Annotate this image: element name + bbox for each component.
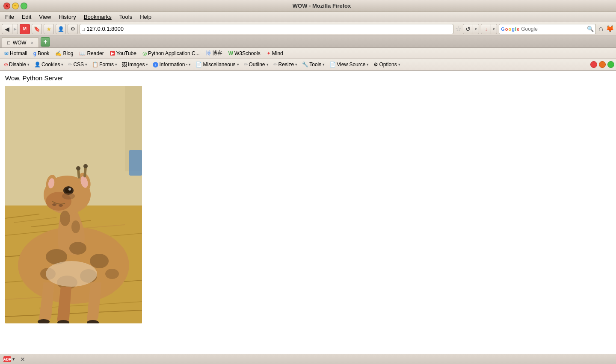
bookmark-book-label: Book <box>38 50 49 56</box>
youtube-icon: ▶ <box>110 51 115 56</box>
settings-button[interactable]: ⚙ <box>68 24 78 34</box>
dev-miscellaneous-label: Miscellaneous <box>203 62 235 68</box>
cookies-arrow: ▾ <box>61 62 63 67</box>
w3schools-icon: W <box>228 50 233 56</box>
options-icon: ⚙ <box>373 62 378 68</box>
bookmark-blog-label: Blog <box>63 50 73 56</box>
menu-edit[interactable]: Edit <box>18 13 35 21</box>
svg-point-46 <box>62 193 75 200</box>
dev-information[interactable]: i Information - ▾ <box>151 61 193 68</box>
download-arrow-button[interactable]: ▾ <box>491 24 497 34</box>
status-close-button[interactable]: ✕ <box>20 356 25 363</box>
dev-images[interactable]: 🖼 Images ▾ <box>120 61 150 68</box>
dev-outline-label: Outline <box>249 62 265 68</box>
sync-button[interactable]: 👤 <box>56 24 66 34</box>
dev-miscellaneous[interactable]: 📄 Miscellaneous ▾ <box>193 61 241 68</box>
download-button[interactable]: ↓ <box>481 24 491 34</box>
dev-css[interactable]: ✏ CSS ▾ <box>66 61 89 68</box>
bookmark-star-button[interactable]: ☆ <box>455 25 461 33</box>
forward-button[interactable]: ▶ <box>12 24 18 34</box>
dev-css-label: CSS <box>73 62 84 68</box>
bookmark-reader[interactable]: 📖 Reader <box>77 50 106 57</box>
css-arrow: ▾ <box>85 62 87 67</box>
abp-label: ABP <box>3 357 12 361</box>
abp-arrow[interactable]: ▾ <box>12 356 15 362</box>
forms-icon: 📋 <box>92 62 98 68</box>
firefox-button[interactable]: 🦊 <box>606 25 614 33</box>
dev-viewsource-label: View Source <box>337 62 365 68</box>
menu-history[interactable]: History <box>55 13 79 21</box>
maximize-window-button[interactable]: □ <box>21 3 27 9</box>
svg-point-29 <box>76 166 80 170</box>
dev-ok-green[interactable] <box>607 61 614 68</box>
menu-help[interactable]: Help <box>136 13 155 21</box>
svg-point-39 <box>71 220 80 233</box>
tab-close[interactable]: × <box>31 40 33 45</box>
viewsource-arrow: ▾ <box>367 62 369 67</box>
dev-cookies[interactable]: 👤 Cookies ▾ <box>32 61 65 68</box>
back-button[interactable]: ◀ <box>2 24 12 34</box>
dev-tools-label: Tools <box>309 62 321 68</box>
bookmark-hotmail[interactable]: ✉ Hotmail <box>2 50 30 57</box>
bookmark-mind[interactable]: ✦ Mind <box>264 50 286 57</box>
history-button[interactable]: 🔖 <box>32 24 42 34</box>
dev-status-icons <box>590 61 614 68</box>
resize-arrow: ▾ <box>295 62 297 67</box>
dev-error-red[interactable] <box>590 61 597 68</box>
refresh-button[interactable]: ↺ <box>463 24 473 34</box>
blog2-icon: 博 <box>206 50 211 57</box>
giraffe-svg <box>5 86 142 323</box>
statusbar: ABP ▾ ✕ <box>0 354 616 364</box>
information-icon: i <box>153 62 158 68</box>
dev-outline[interactable]: ✏ Outline ▾ <box>242 61 271 68</box>
search-container: Google 🔍 <box>499 24 596 34</box>
search-button[interactable]: 🔍 <box>587 26 594 32</box>
bookmark-python[interactable]: ◎ Python Application C... <box>140 50 202 57</box>
miscellaneous-icon: 📄 <box>195 62 202 68</box>
dev-options[interactable]: ⚙ Options ▾ <box>371 61 402 68</box>
giraffe-image <box>5 86 142 323</box>
gmail-button[interactable]: M <box>20 24 30 34</box>
bookmark-w3schools-label: W3Schools <box>234 50 261 56</box>
bookmark-blog2[interactable]: 博 博客 <box>203 49 225 58</box>
menu-tools[interactable]: Tools <box>116 13 136 21</box>
minimize-window-button[interactable]: − <box>12 3 19 9</box>
address-input[interactable] <box>86 26 451 32</box>
devbar: ⊘ Disable ▾ 👤 Cookies ▾ ✏ CSS ▾ 📋 Forms … <box>0 59 616 71</box>
bookmark-book[interactable]: g Book <box>31 50 52 57</box>
dev-forms-label: Forms <box>99 62 114 68</box>
bookmarkbar: ✉ Hotmail g Book ✍ Blog 📖 Reader ▶ YouTu… <box>0 48 616 59</box>
main-area: Wow, Python Server <box>0 71 616 364</box>
dev-resize-label: Resize <box>278 62 294 68</box>
dev-error-orange[interactable] <box>599 61 606 68</box>
bookmark-w3schools[interactable]: W W3Schools <box>226 50 263 57</box>
menu-view[interactable]: View <box>36 13 54 21</box>
resize-icon: ✏ <box>273 62 278 68</box>
tab-wow[interactable]: □ WOW × <box>2 37 39 47</box>
forms-arrow: ▾ <box>115 62 117 67</box>
svg-point-22 <box>68 188 71 191</box>
mind-icon: ✦ <box>267 50 271 56</box>
download-group: ↓ ▾ <box>481 24 497 34</box>
images-arrow: ▾ <box>146 62 148 67</box>
search-input[interactable] <box>521 26 585 32</box>
bookmark-mind-label: Mind <box>272 50 283 56</box>
bookmark-blog[interactable]: ✍ Blog <box>53 50 76 57</box>
dev-forms[interactable]: 📋 Forms ▾ <box>90 61 119 68</box>
dev-resize[interactable]: ✏ Resize ▾ <box>271 61 300 68</box>
address-bar-container: □ <box>80 24 453 34</box>
refresh-arrow-button[interactable]: ▾ <box>473 24 479 34</box>
menu-file[interactable]: File <box>2 13 18 21</box>
bookmarks-button[interactable]: ★ <box>44 24 54 34</box>
dev-viewsource[interactable]: 📄 View Source ▾ <box>327 61 371 68</box>
bookmark-youtube[interactable]: ▶ YouTube <box>107 50 139 57</box>
close-window-button[interactable]: × <box>3 3 10 9</box>
book-icon: g <box>33 50 36 56</box>
dev-tools[interactable]: 🔧 Tools ▾ <box>300 61 327 68</box>
dev-information-dash: - <box>186 62 187 68</box>
dev-disable[interactable]: ⊘ Disable ▾ <box>2 61 32 68</box>
new-tab-button[interactable]: + <box>41 37 50 47</box>
menu-bookmarks[interactable]: Bookmarks <box>80 13 115 21</box>
home-button[interactable]: ⌂ <box>598 24 603 33</box>
disable-icon: ⊘ <box>4 62 8 68</box>
